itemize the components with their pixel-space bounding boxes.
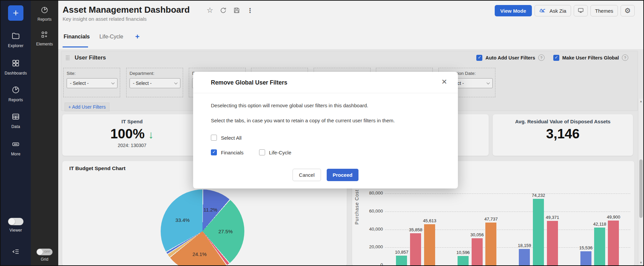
modal-divider: [193, 93, 458, 93]
life-cycle-checkbox[interactable]: [259, 149, 265, 155]
select-all-option: Select All: [211, 135, 242, 141]
financials-checkbox[interactable]: [211, 149, 217, 155]
modal-description-line2: Select the tabs, in case you want to ret…: [211, 118, 395, 123]
tab-checkbox-row: Financials Life-Cycle: [211, 149, 291, 155]
financials-checkbox-label: Financials: [221, 150, 244, 155]
close-icon[interactable]: ✕: [441, 78, 447, 86]
proceed-button[interactable]: Proceed: [327, 169, 358, 181]
remove-global-filters-modal: Remove Global User Filters ✕ Deselecting…: [193, 72, 458, 188]
app-window: + Explorer Dashboards Reports Data More …: [0, 0, 644, 266]
cancel-button[interactable]: Cancel: [293, 169, 321, 181]
select-all-checkbox[interactable]: [211, 135, 217, 141]
select-all-label: Select All: [221, 135, 242, 141]
life-cycle-checkbox-label: Life-Cycle: [269, 150, 292, 155]
gridline: [385, 265, 630, 266]
modal-title: Remove Global User Filters: [211, 79, 288, 86]
modal-buttons: Cancel Proceed: [193, 169, 458, 181]
modal-description-line1: Deselecting this option will remove glob…: [211, 103, 368, 108]
